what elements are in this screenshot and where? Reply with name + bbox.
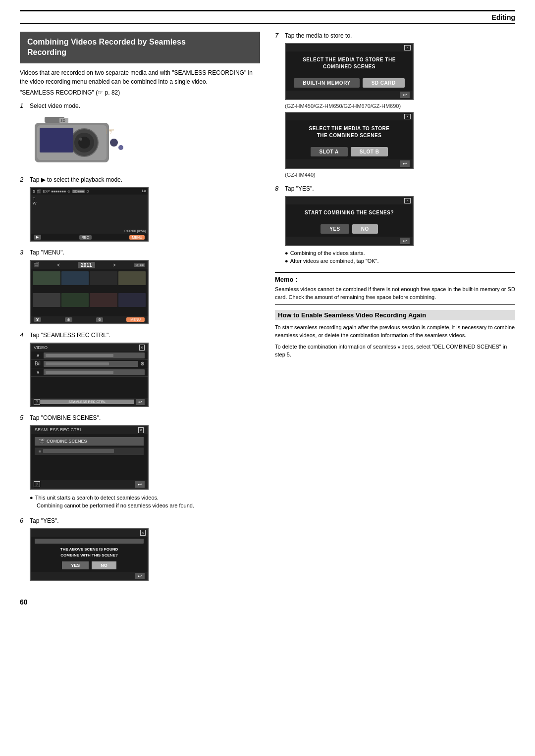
seamless-help-btn[interactable]: ? (34, 481, 40, 487)
step-2: 2 Tap ▶ to select the playback mode. S 🎬… (20, 176, 260, 242)
sd-card-btn[interactable]: SD CARD (363, 78, 405, 88)
step-8-num: 8 (275, 185, 282, 192)
built-in-memory-btn[interactable]: BUILT-IN MEMORY (294, 78, 359, 88)
step-6-text: Tap "YES". (30, 517, 59, 525)
page: Editing Combining Videos Recorded by Sea… (0, 0, 535, 626)
select-media-screen-1: × SELECT THE MEDIA TO STORE THE COMBINED… (285, 43, 414, 100)
step-2-num: 2 (20, 176, 27, 183)
menu-delete-btn[interactable]: 🗑 (65, 317, 72, 322)
menu-settings-btn[interactable]: ⚙ (96, 317, 103, 322)
step-8-text: Tap "YES". (285, 185, 314, 193)
page-number: 60 (20, 598, 515, 606)
la-label: LA (142, 189, 146, 193)
slot-b-btn[interactable]: SLOT B (351, 147, 388, 156)
step-6-num: 6 (20, 517, 27, 524)
seamless-menu-title: SEAMLESS REC CTRL (35, 427, 82, 433)
header-label: Editing (492, 13, 515, 21)
menu-camera-btn[interactable]: ⦿ (34, 317, 41, 322)
how-to-title: How to Enable Seamless Video Recording A… (275, 310, 515, 320)
step-5-num: 5 (20, 414, 27, 421)
step-5: 5 Tap "COMBINE SCENES". SEAMLESS REC CTR… (20, 414, 260, 510)
step-7: 7 Tap the media to store to. × SELECT TH… (275, 32, 515, 178)
header-bar: Editing (20, 10, 515, 24)
step6-message: THE ABOVE SCENE IS FOUND COMBINE WITH TH… (31, 546, 148, 558)
step-6: 6 Tap "YES". × THE ABOVE SCENE IS FOUND … (20, 517, 260, 581)
screen2-content: SELECT THE MEDIA TO STORE THE COMBINED S… (286, 120, 413, 144)
step5-bullets: ●This unit starts a search to detect sea… (30, 494, 260, 510)
playback-time: 0:00:00 [0:54] (124, 229, 146, 233)
svg-point-5 (79, 138, 82, 141)
seamless-back-btn[interactable]: ↩ (135, 481, 145, 488)
start-combining-screen: × START COMBINING THE SCENES? YES NO ↩ (285, 196, 414, 246)
screen1-close[interactable]: × (404, 45, 411, 50)
step6-close[interactable]: × (140, 530, 146, 536)
screen3-no-btn[interactable]: NO (352, 224, 378, 234)
svg-point-12 (118, 145, 123, 150)
gz-note-2: (GZ-HM440) (285, 172, 515, 178)
section-title-box: Combining Videos Recorded by Seamless Re… (20, 32, 260, 63)
playback-menu-btn[interactable]: MENU (129, 235, 145, 240)
screen3-close[interactable]: × (404, 198, 411, 203)
video-menu-screen: VIDEO × ∧ B/I ⚙ (30, 343, 149, 407)
playback-rec-btn[interactable]: REC (79, 235, 92, 240)
screen2-back[interactable]: ↩ (400, 160, 410, 167)
menu-menu-btn[interactable]: MENU (126, 317, 145, 322)
two-col-layout: Combining Videos Recorded by Seamless Re… (20, 32, 515, 588)
video-menu-row-3: ∨ (31, 368, 148, 377)
step6-no-btn[interactable]: NO (92, 561, 116, 569)
video-menu-help[interactable]: ? (34, 399, 40, 405)
step-2-text: Tap ▶ to select the playback mode. (30, 176, 122, 184)
screen3-buttons: YES NO (286, 221, 413, 237)
step-8: 8 Tap "YES". × START COMBINING THE SCENE… (275, 185, 515, 265)
step-4-num: 4 (20, 331, 27, 339)
select-media-screen-2: × SELECT THE MEDIA TO STORE THE COMBINED… (285, 112, 414, 169)
step-4-text: Tap "SEAMLESS REC CTRL". (30, 331, 110, 340)
slot-a-btn[interactable]: SLOT A (311, 147, 348, 156)
how-to-section: How to Enable Seamless Video Recording A… (275, 310, 515, 359)
camera-illustration: ☞ SD (30, 113, 129, 167)
step6-yes-btn[interactable]: YES (62, 561, 89, 569)
seamless-rec-ctrl-btn[interactable]: SEAMLESS REC CTRL (40, 400, 134, 404)
screen3-back[interactable]: ↩ (400, 238, 410, 244)
playback-screen: S 🎬 EXP ■■■■■■■ ⊙ SD■■■ D LA TW 0:00:00 … (30, 187, 149, 242)
right-column: 7 Tap the media to store to. × SELECT TH… (275, 32, 515, 588)
svg-point-11 (110, 139, 118, 147)
memo-title: Memo : (275, 276, 515, 283)
step-4: 4 Tap "SEAMLESS REC CTRL". VIDEO × ∧ (20, 331, 260, 407)
how-to-para1: To start seamless recording again after … (275, 323, 515, 340)
how-to-para2: To delete the combination information of… (275, 343, 515, 359)
step-1-text: Select video mode. (30, 102, 80, 110)
section-title: Combining Videos Recorded by Seamless Re… (27, 37, 253, 58)
seamless-ref: "SEAMLESS RECORDING" (☞ p. 82) (20, 89, 260, 96)
screen1-back[interactable]: ↩ (400, 92, 410, 98)
memo-box: Memo : Seamless videos cannot be combine… (275, 272, 515, 305)
screen2-close[interactable]: × (404, 114, 411, 119)
step-3: 3 Tap "MENU". 🎬 < 2011 > SD■■ (20, 249, 260, 324)
step-1-num: 1 (20, 102, 27, 109)
screen3-content: START COMBINING THE SCENES? (286, 204, 413, 221)
step-1: 1 Select video mode. (20, 102, 260, 169)
gz-note-1: (GZ-HM450/GZ-HM650/GZ-HM670/GZ-HM690) (285, 103, 515, 109)
step6-screen: × THE ABOVE SCENE IS FOUND COMBINE WITH … (30, 528, 149, 581)
step-3-text: Tap "MENU". (30, 249, 64, 257)
step-7-num: 7 (275, 32, 282, 39)
video-menu-row-1: ∧ (31, 352, 148, 360)
step6-back-btn[interactable]: ↩ (135, 573, 145, 579)
playback-play-btn[interactable]: ▶ (34, 235, 41, 240)
combine-scenes-btn[interactable]: 🎬 COMBINE SCENES (35, 437, 144, 446)
menu-year: 2011 (78, 262, 95, 268)
screen3-yes-btn[interactable]: YES (321, 224, 349, 234)
step8-bullets: ●Combining of the videos starts. ●After … (285, 249, 515, 265)
screen1-buttons: BUILT-IN MEMORY SD CARD (286, 75, 413, 91)
step-3-num: 3 (20, 249, 27, 256)
video-menu-title-label: VIDEO (34, 345, 48, 350)
left-column: Combining Videos Recorded by Seamless Re… (20, 32, 260, 588)
video-menu-back[interactable]: ↩ (136, 399, 145, 405)
video-menu-close[interactable]: × (139, 345, 145, 351)
svg-rect-6 (40, 128, 73, 152)
seamless-menu-close[interactable]: × (138, 427, 144, 433)
svg-text:SD: SD (60, 119, 65, 122)
seamless-menu-screen: SEAMLESS REC CTRL × 🎬 COMBINE SCENES ■ ?… (30, 425, 149, 490)
video-menu-row-2: B/I ⚙ (31, 360, 148, 368)
screen2-buttons: SLOT A SLOT B (286, 144, 413, 159)
